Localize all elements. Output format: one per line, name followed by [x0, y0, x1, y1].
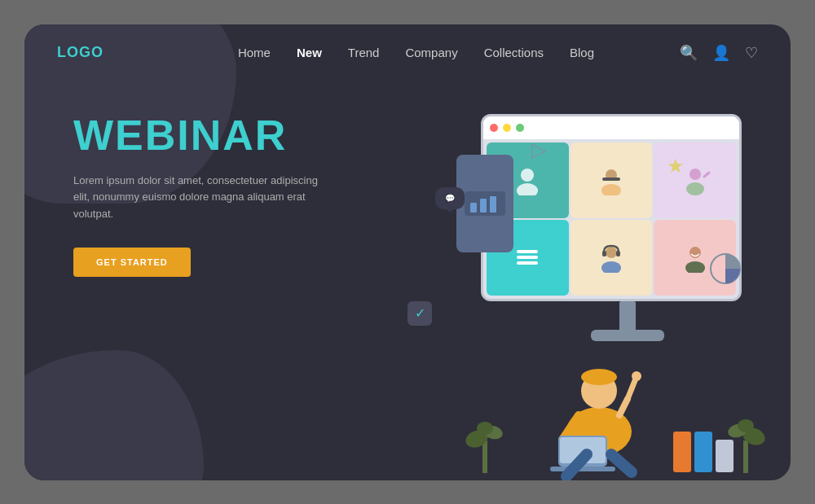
- monitor-titlebar: [483, 116, 739, 139]
- plant-left-icon: [465, 416, 505, 480]
- nav: Home New Trend Company Collections Blog: [152, 46, 680, 59]
- logo: LOGO: [57, 44, 104, 61]
- panel-chart: [465, 191, 505, 216]
- side-panel: [456, 155, 513, 252]
- checkbox-icon: ✓: [408, 301, 432, 326]
- video-cell-5: [570, 220, 653, 296]
- dot-yellow: [503, 124, 511, 132]
- svg-point-15: [601, 261, 621, 273]
- nav-new[interactable]: New: [297, 46, 322, 59]
- svg-rect-16: [602, 251, 606, 256]
- avatar-icon-5: [596, 242, 627, 273]
- hero-left: WEBINAR Lorem ipsum dolor sit amet, cons…: [73, 114, 334, 277]
- pie-chart-svg: [709, 252, 742, 285]
- avatar-icon-1: [512, 164, 543, 195]
- svg-line-10: [704, 173, 709, 177]
- svg-rect-38: [743, 440, 748, 473]
- svg-point-14: [606, 247, 617, 258]
- play-icon: ▷: [531, 138, 546, 161]
- svg-point-37: [477, 422, 493, 435]
- svg-rect-12: [517, 256, 538, 259]
- user-icon[interactable]: 👤: [712, 44, 730, 62]
- svg-point-32: [632, 371, 641, 381]
- hero-description: Lorem ipsum dolor sit amet, consectetuer…: [73, 173, 334, 223]
- get-started-button[interactable]: GET STARTED: [73, 248, 191, 277]
- svg-rect-13: [517, 261, 538, 265]
- nav-trend[interactable]: Trend: [348, 46, 380, 59]
- svg-point-9: [686, 182, 704, 195]
- avatar-icon-2: [596, 164, 627, 195]
- svg-rect-17: [616, 251, 620, 256]
- dot-green: [516, 124, 524, 132]
- bar-chart-icon: [469, 195, 501, 213]
- search-icon[interactable]: 🔍: [680, 44, 698, 62]
- svg-rect-28: [550, 467, 615, 471]
- svg-point-3: [521, 169, 534, 182]
- monitor: [481, 114, 742, 301]
- header-icons: 🔍 👤 ♡: [680, 44, 758, 62]
- svg-rect-0: [470, 203, 477, 213]
- header: LOGO Home New Trend Company Collections …: [24, 24, 791, 81]
- svg-rect-23: [584, 373, 614, 378]
- binder-1: [673, 432, 691, 472]
- svg-rect-6: [602, 177, 620, 181]
- nav-company[interactable]: Company: [405, 46, 457, 59]
- binders: [673, 432, 734, 472]
- pie-chart-icon: [709, 252, 742, 291]
- svg-point-19: [685, 261, 705, 273]
- plant-left-svg: [465, 416, 505, 473]
- illustration: 💬 ▷ ★ ✓: [334, 90, 791, 480]
- avatar-icon-6: [680, 242, 711, 273]
- monitor-grid: [483, 139, 739, 299]
- svg-line-31: [628, 379, 636, 399]
- svg-point-41: [738, 419, 754, 432]
- menu-icon: [515, 248, 540, 266]
- svg-point-4: [517, 183, 538, 195]
- person-figure: [534, 318, 664, 480]
- heart-icon[interactable]: ♡: [745, 44, 758, 62]
- chat-bubble: 💬: [435, 187, 465, 209]
- video-cell-3: [654, 142, 736, 218]
- dot-red: [490, 124, 498, 132]
- nav-home[interactable]: Home: [238, 46, 271, 59]
- star-icon: ★: [667, 155, 685, 177]
- svg-rect-11: [517, 250, 538, 253]
- nav-blog[interactable]: Blog: [570, 46, 594, 59]
- svg-point-8: [689, 169, 701, 180]
- svg-rect-34: [482, 440, 487, 473]
- plant-right-icon: [725, 416, 766, 480]
- nav-collections[interactable]: Collections: [484, 46, 544, 59]
- binder-2: [694, 432, 712, 472]
- svg-rect-2: [490, 196, 496, 213]
- plant-right-svg: [725, 416, 766, 473]
- blob-bottom-left: [24, 350, 204, 480]
- svg-rect-1: [480, 199, 487, 213]
- hero-title: WEBINAR: [73, 114, 334, 156]
- video-cell-2: [570, 142, 653, 218]
- svg-point-7: [601, 184, 621, 195]
- main-card: LOGO Home New Trend Company Collections …: [24, 24, 791, 480]
